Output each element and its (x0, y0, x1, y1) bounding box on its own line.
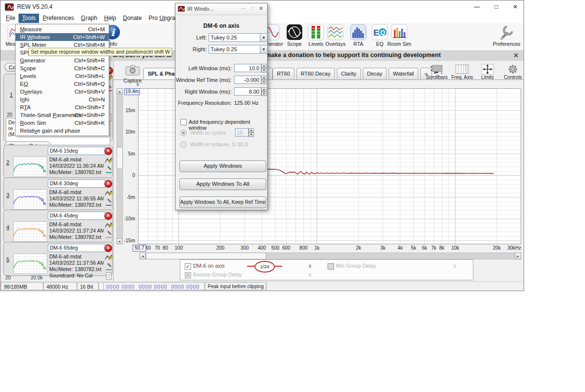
width-octaves-radio[interactable] (180, 141, 187, 148)
maximize-button[interactable]: □ (487, 0, 506, 13)
ref-time-input[interactable]: -0.000 (234, 76, 261, 84)
delete-measurement-button[interactable]: ✕ (104, 180, 112, 188)
x-axis-min-box[interactable]: 50.7 (133, 245, 146, 252)
trace-color-icon[interactable] (105, 231, 113, 239)
apply-windows-all-keep-button[interactable]: Apply Windows To All, Keep Ref Time (179, 196, 266, 208)
apply-windows-button[interactable]: Apply Windows (179, 160, 266, 172)
tools-menu-item-ir-windows[interactable]: IR WindowsCtrl+Shift+W (16, 33, 109, 41)
minimize-button[interactable]: — (468, 0, 486, 13)
measurement-number[interactable]: 4 (6, 224, 9, 230)
y-axis-max-box[interactable]: 19.4m (124, 88, 140, 95)
delete-measurement-button[interactable]: ✕ (104, 147, 112, 155)
dialog-close-button[interactable]: ✕ (259, 5, 263, 12)
trace-name-dm6[interactable]: DM-6 on axis (193, 263, 225, 269)
trace-checkbox-excess-gd[interactable]: ✓ (185, 272, 191, 278)
menubar-item-help[interactable]: Help (100, 14, 119, 23)
tools-menu-item-scope[interactable]: ScopeCtrl+Shift+C (16, 64, 109, 72)
smoothing-badge[interactable]: 1/24 (254, 261, 275, 273)
y-scroll-down-icon[interactable]: ▼ (117, 238, 123, 244)
tab-clarity[interactable]: Clarity (337, 68, 361, 79)
trace-settings-icon[interactable] (105, 157, 113, 164)
dialog-maximize-button[interactable]: □ (252, 5, 254, 11)
capture-button[interactable]: Capture (122, 65, 143, 83)
menubar-item-tools[interactable]: Tools (19, 14, 39, 23)
apply-windows-all-button[interactable]: Apply Windows To All (179, 178, 266, 190)
tools-menu-item-room-sim[interactable]: Room SimCtrl+Shift+K (16, 119, 109, 127)
width-cycles-input[interactable]: 15 (235, 128, 249, 137)
tab-rt60-decay[interactable]: RT60 Decay (296, 68, 335, 79)
tools-menu-item-overlays[interactable]: OverlaysCtrl+Shift+V (16, 88, 109, 96)
measurement-number[interactable]: 1 (10, 92, 13, 98)
dialog-title-bar[interactable]: IR Windo... — □ ✕ (176, 3, 267, 15)
preferences-toolbar-button[interactable]: Preferences (493, 24, 520, 49)
menubar-item-preferences[interactable]: Preferences (39, 14, 78, 23)
trace-name-excess-gd[interactable]: Excess Group Delay (193, 272, 242, 277)
right-combo-arrow-icon[interactable]: ▼ (260, 45, 268, 54)
measurement-number[interactable]: 2 (6, 159, 9, 165)
trace-settings-icon[interactable] (105, 221, 113, 229)
left-combo-arrow-icon[interactable]: ▼ (260, 33, 268, 42)
ir-windows-dialog[interactable]: IR Windo... — □ ✕ DM-6 on axis Left: Tuk… (175, 3, 268, 210)
dialog-minimize-button[interactable]: — (241, 5, 246, 11)
freq-axis-button[interactable]: Freq. Axis (451, 64, 473, 80)
measurement-thumbnail[interactable] (13, 189, 47, 210)
trace-name-min-gd[interactable]: Min Group Delay (336, 263, 376, 269)
delete-measurement-button[interactable]: ✕ (104, 244, 112, 252)
tab-decay[interactable]: Decay (363, 68, 387, 79)
tools-menu-item-relative-gain-and-phase[interactable]: Relative gain and phase (16, 127, 109, 135)
room-sim-toolbar-button[interactable]: Room Sim (386, 24, 413, 49)
menubar-item-graph[interactable]: Graph (78, 14, 100, 23)
tools-menu-item-rta[interactable]: RTACtrl+Shift+T (16, 103, 109, 111)
delete-measurement-button[interactable]: ✕ (104, 212, 112, 220)
tools-menu-item-levels[interactable]: LevelsCtrl+Shift+L (16, 72, 109, 80)
tools-menu-item-thiele-small-parameters[interactable]: Thiele-Small ParametersCtrl+Shift+P (16, 111, 109, 119)
x-scroll-right-icon[interactable]: ► (515, 253, 521, 259)
ref-time-spin-down[interactable]: ▼ (261, 80, 267, 84)
measurement-file: DM-6-all.mdat (49, 189, 104, 195)
tab-spl-phase[interactable]: SPL & Phase (143, 68, 176, 79)
controls-button[interactable]: Controls (502, 64, 524, 80)
menubar-item-donate[interactable]: Donate (119, 14, 145, 23)
tab-waterfall[interactable]: Waterfall (389, 68, 418, 79)
right-window-spin-down[interactable]: ▼ (261, 92, 267, 96)
width-cycles-radio[interactable] (180, 130, 187, 136)
measurement-number[interactable]: 5 (6, 256, 9, 262)
tools-menu-item-measure[interactable]: MeasureCtrl+M (16, 25, 109, 33)
left-window-input[interactable]: 10.0 (234, 64, 261, 72)
measurement-name-input[interactable]: DM-6 30deg (48, 179, 105, 188)
x-scroll-thumb[interactable] (146, 253, 266, 259)
scrollbars-button[interactable]: Scrollbars (426, 64, 448, 80)
left-window-spin-down[interactable]: ▼ (261, 68, 267, 73)
trace-settings-icon[interactable] (105, 189, 113, 197)
x-scroll-left-icon[interactable]: ◄ (139, 253, 146, 259)
trace-color-icon[interactable] (105, 199, 113, 207)
right-window-type-select[interactable]: Tukey 0.25 (209, 45, 260, 54)
measurement-name-input[interactable]: DM-6 65deg (48, 244, 105, 252)
measurement-thumbnail[interactable] (13, 254, 47, 274)
banner-close-icon[interactable]: ✕ (513, 52, 518, 59)
right-window-input[interactable]: 8.00 (234, 87, 261, 96)
y-scroll-thumb[interactable] (117, 147, 123, 169)
tab-rt60[interactable]: RT60 (273, 68, 294, 79)
close-button[interactable]: ✕ (506, 0, 524, 13)
cal-file-icon[interactable] (105, 272, 113, 280)
left-window-type-select[interactable]: Tukey 0.25 (209, 33, 260, 42)
measurement-name-input[interactable]: DM-6 15deg (48, 147, 105, 155)
trace-checkbox-dm6[interactable]: ✓ (185, 263, 191, 270)
measurement-name-input[interactable]: DM-6 45deg (48, 212, 105, 220)
menubar-item-file[interactable]: File (2, 14, 19, 23)
trace-color-icon[interactable] (105, 166, 113, 174)
measurement-number[interactable]: 3 (6, 192, 9, 198)
fdw-checkbox[interactable] (180, 119, 187, 125)
limits-button[interactable]: Limits (476, 64, 499, 80)
trace-settings-icon[interactable] (105, 254, 113, 261)
trace-color-icon[interactable] (105, 263, 113, 271)
tools-menu-item-eq[interactable]: EQCtrl+Shift+Q (16, 80, 109, 88)
trace-checkbox-min-gd[interactable]: ✓ (328, 263, 334, 270)
cycles-spin-down[interactable]: ▼ (249, 133, 254, 137)
tools-menu-item-info[interactable]: InfoCtrl+N (16, 96, 109, 103)
y-scroll-up-icon[interactable]: ▲ (117, 88, 123, 94)
measurement-thumbnail[interactable] (13, 157, 47, 177)
measurement-thumbnail[interactable] (13, 221, 47, 242)
tools-menu-item-generator[interactable]: GeneratorCtrl+Shift+R (16, 57, 109, 64)
